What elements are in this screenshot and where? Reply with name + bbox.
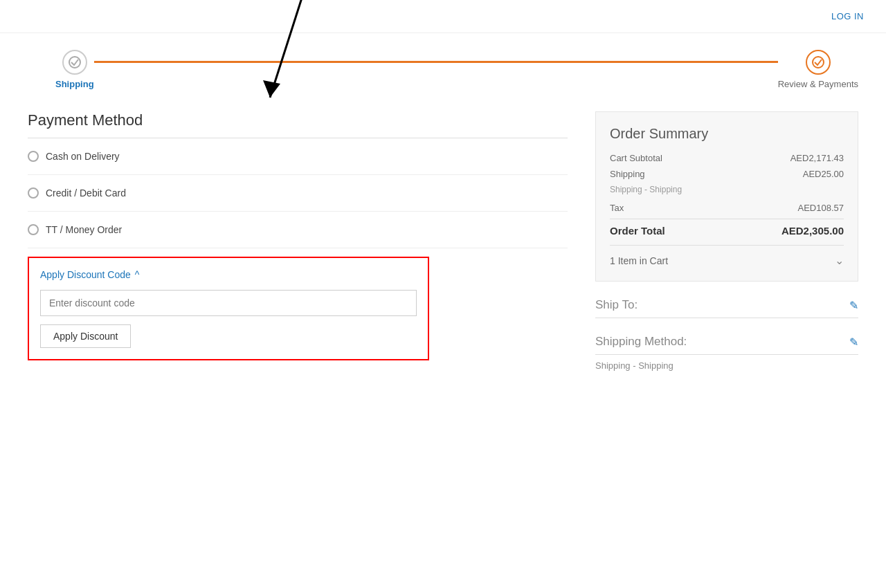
step-connector — [94, 61, 778, 63]
step-review: Review & Payments — [778, 50, 858, 89]
shipping-method-edit-icon[interactable]: ✎ — [849, 336, 858, 349]
step-review-label: Review & Payments — [778, 79, 858, 89]
step-shipping-circle — [62, 50, 87, 75]
cart-subtotal-value: AED2,171.43 — [790, 153, 844, 163]
discount-header-label: Apply Discount Code — [40, 269, 131, 280]
cart-subtotal-label: Cart Subtotal — [610, 153, 662, 163]
ship-to-row: Ship To: ✎ — [595, 298, 858, 318]
order-total-label: Order Total — [610, 225, 665, 237]
tax-value: AED108.57 — [798, 203, 844, 213]
step-review-circle — [806, 50, 831, 75]
step-shipping-label: Shipping — [55, 79, 94, 89]
discount-chevron-icon: ^ — [135, 269, 140, 280]
payment-option-tt[interactable]: TT / Money Order — [28, 212, 568, 248]
discount-header: Apply Discount Code ^ — [40, 269, 417, 280]
cart-items-row[interactable]: 1 Item in Cart ⌄ — [610, 245, 844, 267]
discount-section: Apply Discount Code ^ Apply Discount — [28, 257, 429, 360]
tax-label: Tax — [610, 203, 624, 213]
payment-card-label: Credit / Debit Card — [46, 187, 126, 199]
shipping-method-sub: Shipping - Shipping — [610, 185, 682, 194]
order-total-value: AED2,305.00 — [781, 225, 844, 237]
shipping-label: Shipping — [610, 169, 645, 179]
ship-to-section: Ship To: ✎ — [595, 298, 858, 318]
radio-tt[interactable] — [28, 224, 39, 235]
shipping-method-detail: Shipping - Shipping — [595, 360, 858, 371]
payment-cod-label: Cash on Delivery — [46, 151, 120, 162]
payment-options-list: Cash on Delivery Credit / Debit Card TT … — [28, 138, 568, 248]
radio-card[interactable] — [28, 187, 39, 199]
payment-tt-label: TT / Money Order — [46, 224, 122, 235]
main-layout: Payment Method Cash on Delivery Credit /… — [0, 98, 886, 371]
payment-method-title: Payment Method — [28, 111, 568, 129]
shipping-method-row: Shipping Method: ✎ — [595, 335, 858, 355]
ship-to-label: Ship To: — [595, 298, 638, 312]
right-sidebar: Order Summary Cart Subtotal AED2,171.43 … — [595, 98, 858, 371]
svg-point-0 — [69, 57, 80, 68]
progress-steps: Shipping Review & Payments — [0, 33, 886, 98]
cart-subtotal-row: Cart Subtotal AED2,171.43 — [610, 153, 844, 163]
header: LOG IN — [0, 0, 886, 33]
shipping-method-sub-row: Shipping - Shipping — [610, 185, 844, 194]
payment-option-card[interactable]: Credit / Debit Card — [28, 175, 568, 212]
tax-row: Tax AED108.57 — [610, 203, 844, 213]
shipping-value: AED25.00 — [803, 169, 844, 179]
login-link[interactable]: LOG IN — [831, 11, 864, 21]
order-summary-box: Order Summary Cart Subtotal AED2,171.43 … — [595, 111, 858, 282]
apply-discount-button[interactable]: Apply Discount — [40, 324, 131, 348]
discount-code-input[interactable] — [40, 290, 417, 316]
step-shipping: Shipping — [55, 50, 94, 89]
order-summary-title: Order Summary — [610, 126, 844, 142]
shipping-method-section: Shipping Method: ✎ Shipping - Shipping — [595, 335, 858, 371]
svg-point-1 — [813, 57, 824, 68]
left-content: Payment Method Cash on Delivery Credit /… — [28, 98, 568, 371]
cart-items-chevron-icon: ⌄ — [835, 254, 844, 267]
shipping-row: Shipping AED25.00 — [610, 169, 844, 179]
shipping-method-label: Shipping Method: — [595, 335, 687, 349]
order-total-row: Order Total AED2,305.00 — [610, 219, 844, 237]
ship-to-edit-icon[interactable]: ✎ — [849, 299, 858, 312]
payment-option-cod[interactable]: Cash on Delivery — [28, 138, 568, 175]
cart-items-label: 1 Item in Cart — [610, 255, 668, 266]
radio-cod[interactable] — [28, 151, 39, 162]
